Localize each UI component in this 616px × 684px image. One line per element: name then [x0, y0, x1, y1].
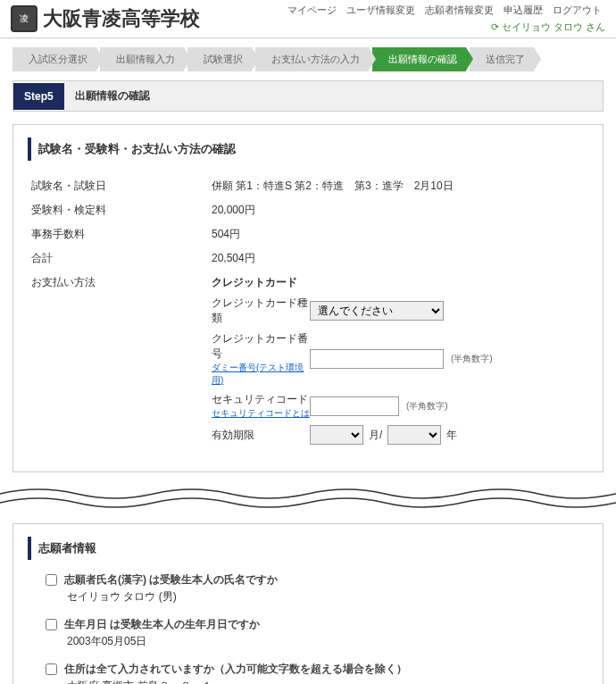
cc-number-input[interactable]	[310, 349, 444, 369]
confirm-item: 住所は全て入力されていますか（入力可能文字数を超える場合を除く）	[46, 662, 588, 677]
cc-sec-hint: (半角数字)	[406, 400, 448, 413]
top-nav-links: マイページ ユーザ情報変更 志願者情報変更 申込履歴 ログアウト	[284, 4, 605, 17]
cc-number-label: クレジットカード番号	[212, 332, 308, 360]
cc-number-hint: (半角数字)	[451, 353, 493, 365]
nav-logout[interactable]: ログアウト	[553, 4, 602, 15]
cc-sec-label: セキュリティコード	[212, 393, 308, 405]
wizard-step-1[interactable]: 入試区分選択	[12, 47, 96, 71]
fee-label: 受験料・検定料	[29, 199, 208, 221]
wizard-step-5[interactable]: 出願情報の確認	[372, 47, 466, 71]
cc-expiry-label: 有効期限	[212, 428, 310, 443]
confirm-q-3: 住所は全て入力されていますか（入力可能文字数を超える場合を除く）	[64, 662, 407, 677]
exam-label: 試験名・試験日	[29, 175, 208, 197]
top-nav: マイページ ユーザ情報変更 志願者情報変更 申込履歴 ログアウト セイリョウ タ…	[284, 4, 605, 34]
fee-value: 20,000円	[210, 199, 587, 221]
cc-expiry-year[interactable]	[387, 425, 441, 445]
confirm-a-1: セイリョウ タロウ (男)	[67, 589, 588, 605]
nav-user-info[interactable]: ユーザ情報変更	[346, 4, 415, 15]
total-value: 20,504円	[210, 247, 587, 270]
cc-sec-input[interactable]	[310, 396, 399, 416]
confirm-panel: 試験名・受験料・お支払い方法の確認 試験名・試験日 併願 第1：特進S 第2：特…	[12, 124, 604, 472]
step-bar: Step5 出願情報の確認	[12, 80, 604, 112]
wizard-step-2[interactable]: 出願情報入力	[100, 47, 184, 71]
total-label: 合計	[29, 247, 208, 270]
nav-mypage[interactable]: マイページ	[287, 4, 337, 15]
admin-value: 504円	[210, 223, 587, 246]
cc-type-select[interactable]: 選んでください	[310, 301, 444, 321]
cc-block: クレジットカード種類 選んでください クレジットカード番号 ダミー番号(テスト環…	[212, 296, 585, 445]
current-user: セイリョウ タロウ さん	[284, 21, 605, 34]
confirm-item: 生年月日 は受験生本人の生年月日ですか	[46, 617, 588, 632]
admin-label: 事務手数料	[29, 223, 208, 246]
header: 凌 大阪青凌高等学校 マイページ ユーザ情報変更 志願者情報変更 申込履歴 ログ…	[0, 0, 616, 38]
confirm-a-2: 2003年05月05日	[67, 634, 588, 649]
cc-expiry-month[interactable]	[310, 425, 363, 445]
school-name: 大阪青凌高等学校	[43, 5, 200, 32]
confirm-q-2: 生年月日 は受験生本人の生年月日ですか	[64, 617, 260, 632]
wave-divider-icon	[0, 485, 616, 512]
nav-history[interactable]: 申込履歴	[504, 4, 543, 15]
cc-expiry-m-text: 月/	[369, 428, 382, 443]
confirm-item: 志願者氏名(漢字) は受験生本人の氏名ですか	[46, 572, 588, 588]
section-heading-payment: 試験名・受験料・お支払い方法の確認	[28, 138, 588, 161]
pay-label: お支払い方法	[29, 271, 208, 454]
exam-value: 併願 第1：特進S 第2：特進 第3：進学 2月10日	[210, 175, 587, 197]
cc-dummy-link[interactable]: ダミー番号(テスト環境用)	[212, 362, 310, 387]
wizard: 入試区分選択 出願情報入力 試験選択 お支払い方法の入力 出願情報の確認 送信完…	[12, 47, 604, 71]
cc-type-label: クレジットカード種類	[212, 296, 310, 326]
confirm-checkbox-3[interactable]	[46, 663, 57, 675]
step-title: 出願情報の確認	[64, 81, 603, 111]
wizard-step-4[interactable]: お支払い方法の入力	[255, 47, 369, 71]
step-number: Step5	[13, 83, 64, 110]
applicant-panel: 志願者情報 志願者氏名(漢字) は受験生本人の氏名ですか セイリョウ タロウ (…	[12, 523, 604, 684]
section-heading-applicant: 志願者情報	[28, 537, 588, 560]
confirm-checkbox-2[interactable]	[46, 619, 57, 630]
wizard-step-6[interactable]: 送信完了	[470, 47, 534, 71]
school-crest-icon: 凌	[11, 5, 37, 32]
wizard-step-3[interactable]: 試験選択	[187, 47, 252, 71]
pay-value: クレジットカード	[212, 275, 585, 290]
confirm-q-1: 志願者氏名(漢字) は受験生本人の氏名ですか	[64, 572, 278, 588]
confirm-checkbox-1[interactable]	[46, 574, 57, 586]
cc-sec-link[interactable]: セキュリティコードとは	[212, 407, 310, 420]
brand: 凌 大阪青凌高等学校	[11, 5, 200, 32]
nav-applicant-info[interactable]: 志願者情報変更	[425, 4, 494, 15]
kv-table: 試験名・試験日 併願 第1：特進S 第2：特進 第3：進学 2月10日 受験料・…	[28, 173, 588, 455]
cc-expiry-y-text: 年	[446, 428, 457, 443]
confirm-a-3: 大阪府 高槻市 前島３－２－１	[67, 679, 588, 684]
